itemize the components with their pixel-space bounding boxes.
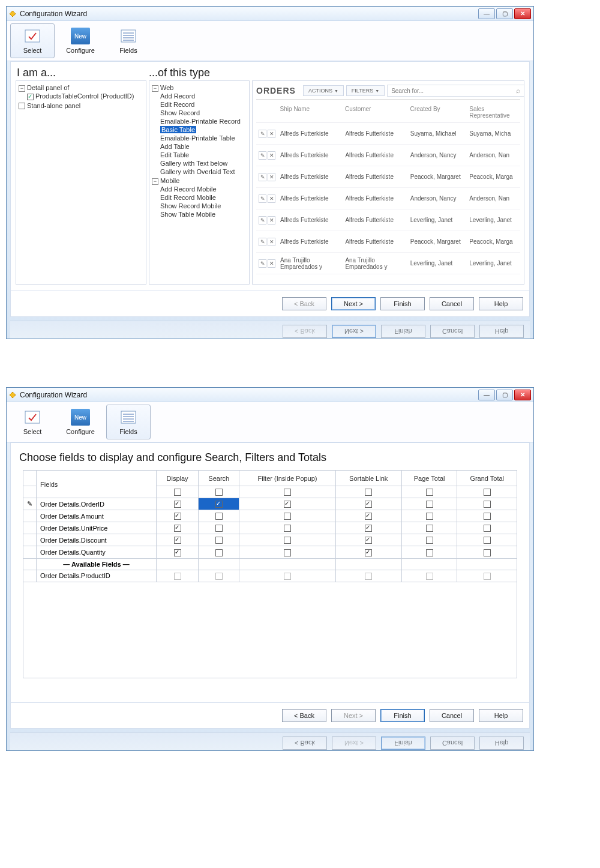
maximize-button[interactable]: ▢: [496, 390, 513, 400]
delete-icon[interactable]: ✕: [268, 173, 275, 181]
tree-item-web[interactable]: Show Record: [160, 109, 247, 117]
checkbox-all-gtot[interactable]: [484, 489, 491, 496]
search-input[interactable]: [387, 85, 524, 97]
toolbar-fields[interactable]: Fields: [106, 23, 151, 58]
field-row[interactable]: Order Details.Amount: [23, 510, 517, 522]
tree-node-detail-panel[interactable]: Detail panel of: [27, 84, 69, 91]
checkbox[interactable]: [365, 525, 372, 532]
finish-button[interactable]: Finish: [380, 297, 425, 310]
checkbox[interactable]: [484, 573, 491, 580]
checkbox[interactable]: [426, 513, 433, 520]
tree-item-mobile[interactable]: Show Record Mobile: [160, 202, 247, 210]
table-row[interactable]: ✎✕Alfreds FutterkisteAlfreds Futterkiste…: [256, 123, 520, 145]
filters-dropdown[interactable]: FILTERS▼: [346, 85, 385, 96]
checkbox[interactable]: [426, 525, 433, 532]
actions-dropdown[interactable]: ACTIONS▼: [303, 85, 344, 96]
delete-icon[interactable]: ✕: [268, 238, 275, 246]
cancel-button[interactable]: Cancel: [430, 709, 474, 722]
checkbox[interactable]: [215, 549, 223, 556]
tree-collapse-icon[interactable]: −: [19, 85, 25, 92]
checkbox[interactable]: [484, 525, 491, 532]
checkbox-standalone[interactable]: [19, 103, 25, 109]
tree-item-web[interactable]: Edit Record: [160, 100, 247, 109]
maximize-button[interactable]: ▢: [496, 8, 513, 19]
back-button[interactable]: < Back: [282, 709, 326, 722]
toolbar-select[interactable]: Select: [10, 23, 55, 58]
tree-item-web[interactable]: Add Table: [160, 142, 247, 151]
field-row[interactable]: Order Details.Discount: [23, 534, 517, 546]
toolbar-configure[interactable]: New Configure: [58, 23, 103, 58]
toolbar-fields[interactable]: Fields: [106, 405, 151, 439]
checkbox-all-sort[interactable]: [365, 489, 372, 496]
toolbar-select[interactable]: Select: [10, 405, 55, 439]
checkbox[interactable]: [174, 549, 181, 556]
table-row[interactable]: ✎✕Ana Trujillo Emparedados yAna Trujillo…: [256, 253, 520, 274]
edit-icon[interactable]: ✎: [259, 151, 266, 160]
help-button[interactable]: Help: [479, 297, 523, 310]
delete-icon[interactable]: ✕: [268, 216, 275, 225]
col-shipname[interactable]: Ship Name: [278, 102, 343, 122]
next-button[interactable]: Next >: [331, 709, 376, 722]
delete-icon[interactable]: ✕: [268, 130, 275, 138]
minimize-button[interactable]: —: [478, 8, 495, 19]
checkbox[interactable]: [284, 549, 291, 556]
checkbox[interactable]: [426, 573, 433, 580]
close-button[interactable]: ✕: [514, 8, 531, 19]
tree-item-web[interactable]: Emailable-Printable Table: [160, 134, 247, 142]
tree-item-web[interactable]: Add Record: [160, 92, 247, 100]
tree-item-web[interactable]: Gallery with Overlaid Text: [160, 167, 247, 176]
col-createdby[interactable]: Created By: [408, 102, 467, 122]
tree-item-web[interactable]: Edit Table: [160, 151, 247, 159]
checkbox[interactable]: [284, 501, 291, 508]
checkbox[interactable]: [284, 513, 291, 520]
checkbox[interactable]: [174, 501, 181, 508]
minimize-button[interactable]: —: [478, 390, 495, 400]
tree-item-web[interactable]: Basic Table: [160, 125, 247, 134]
search-icon[interactable]: ⌕: [516, 86, 520, 95]
tree-node-web[interactable]: Web: [160, 84, 173, 91]
field-row[interactable]: Order Details.Quantity: [23, 546, 517, 558]
table-row[interactable]: ✎✕Alfreds FutterkisteAlfreds Futterkiste…: [256, 209, 520, 231]
table-row[interactable]: ✎✕Alfreds FutterkisteAlfreds Futterkiste…: [256, 145, 520, 166]
checkbox[interactable]: [426, 501, 433, 508]
checkbox[interactable]: [215, 501, 223, 508]
delete-icon[interactable]: ✕: [268, 194, 275, 203]
tree-item-web[interactable]: Emailable-Printable Record: [160, 117, 247, 125]
checkbox[interactable]: [174, 537, 181, 544]
delete-icon[interactable]: ✕: [268, 151, 275, 160]
edit-icon[interactable]: ✎: [259, 259, 266, 268]
edit-icon[interactable]: ✎: [259, 216, 266, 225]
checkbox[interactable]: [365, 501, 372, 508]
tree-collapse-icon[interactable]: −: [152, 85, 158, 92]
panel-type-tree[interactable]: −Detail panel of ProductsTableControl (P…: [16, 80, 146, 285]
next-button[interactable]: Next >: [331, 297, 376, 310]
table-row[interactable]: ✎✕Alfreds FutterkisteAlfreds Futterkiste…: [256, 166, 520, 188]
checkbox[interactable]: [484, 513, 491, 520]
table-row[interactable]: ✎✕Alfreds FutterkisteAlfreds Futterkiste…: [256, 188, 520, 209]
checkbox[interactable]: [215, 573, 223, 580]
edit-icon[interactable]: ✎: [259, 173, 266, 181]
table-row[interactable]: ✎✕Alfreds FutterkisteAlfreds Futterkiste…: [256, 231, 520, 253]
checkbox[interactable]: [365, 513, 372, 520]
checkbox[interactable]: [484, 549, 491, 556]
checkbox[interactable]: [215, 513, 223, 520]
checkbox[interactable]: [426, 537, 433, 544]
checkbox-all-search[interactable]: [215, 489, 223, 496]
tree-item-mobile[interactable]: Edit Record Mobile: [160, 193, 247, 202]
checkbox[interactable]: [174, 525, 181, 532]
cancel-button[interactable]: Cancel: [430, 297, 474, 310]
tree-collapse-icon[interactable]: −: [152, 178, 158, 185]
checkbox[interactable]: [284, 537, 291, 544]
checkbox-products-table[interactable]: [27, 94, 34, 100]
tree-item-mobile[interactable]: Show Table Mobile: [160, 210, 247, 219]
edit-icon[interactable]: ✎: [259, 194, 266, 203]
finish-button[interactable]: Finish: [380, 709, 425, 722]
checkbox[interactable]: [426, 549, 433, 556]
col-salesrep[interactable]: Sales Representative: [467, 102, 520, 122]
checkbox-all-ptot[interactable]: [426, 489, 433, 496]
checkbox[interactable]: [365, 537, 372, 544]
back-button[interactable]: < Back: [282, 297, 326, 310]
field-row[interactable]: Order Details.UnitPrice: [23, 522, 517, 534]
checkbox-all-display[interactable]: [174, 489, 181, 496]
checkbox[interactable]: [215, 525, 223, 532]
